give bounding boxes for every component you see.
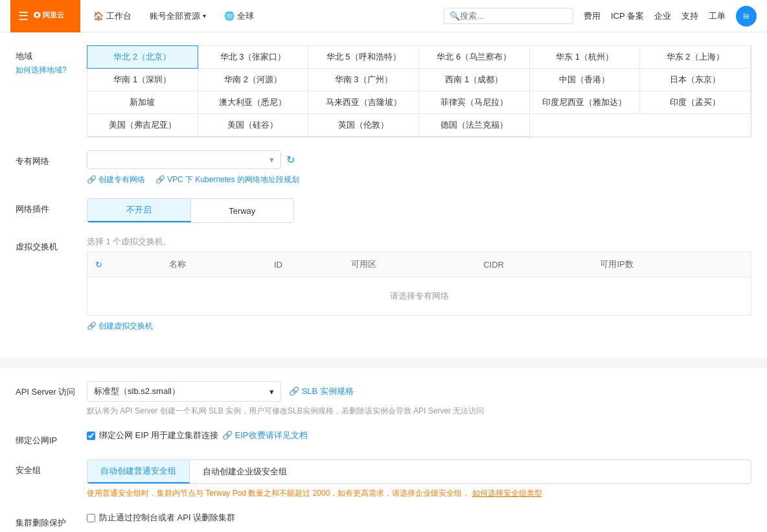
network-plugin-label: 网络插件	[16, 198, 87, 215]
region-cell-mumbai[interactable]: 印度（孟买）	[639, 91, 751, 114]
deletion-protection-checkbox-label: 防止通过控制台或者 API 误删除集群	[99, 512, 235, 524]
region-hint-link[interactable]: 如何选择地域?	[16, 65, 67, 75]
home-icon: 🏠	[93, 11, 104, 21]
svg-text:阿里云: 阿里云	[43, 11, 64, 19]
network-plugin-content: 不开启 Terway	[87, 198, 751, 223]
config-section: API Server 访问 标准型（slb.s2.small） ▾ 🔗 SLB …	[0, 368, 767, 532]
security-group-row: 安全组 自动创建普通安全组 自动创建企业级安全组 使用普通安全组时，集群内节点与…	[16, 459, 751, 499]
region-cell-shenzhen[interactable]: 华南 1（深圳）	[87, 68, 198, 91]
eip-checkbox-label: 绑定公网 EIP 用于建立集群连接	[99, 430, 218, 441]
region-cell-sydney[interactable]: 澳大利亚（悉尼）	[198, 91, 309, 114]
user-avatar[interactable]: Ie	[736, 6, 757, 27]
api-server-select[interactable]: 标准型（slb.s2.small） ▾	[87, 381, 281, 402]
eip-checkbox[interactable]	[87, 432, 95, 440]
region-cell-hongkong[interactable]: 中国（香港）	[529, 68, 641, 91]
region-cell-jakarta[interactable]: 印度尼西亚（雅加达）	[529, 91, 641, 114]
header-actions: 费用 ICP 备案 企业 支持 工单 Ie	[584, 6, 757, 27]
vsw-col-id: ID	[266, 252, 344, 277]
search-icon: 🔍	[450, 11, 460, 21]
region-cell-silicon_valley[interactable]: 美国（硅谷）	[198, 113, 309, 137]
region-cell-zhangjiakou[interactable]: 华北 3（张家口）	[198, 45, 309, 69]
slb-spec-link[interactable]: 🔗 SLB 实例规格	[289, 386, 354, 396]
chevron-down-icon: ▾	[203, 12, 206, 19]
region-grid-container: 华北 2（北京）华北 3（张家口）华北 5（呼和浩特）华北 6（乌兰察布）华东 …	[87, 45, 751, 137]
create-vsw-link[interactable]: 🔗 创建虚拟交换机	[87, 321, 153, 330]
plugin-terway-btn[interactable]: Terway	[191, 199, 294, 222]
api-server-row: API Server 访问 标准型（slb.s2.small） ▾ 🔗 SLB …	[16, 381, 751, 417]
vsw-table-header-row: ↻ 名称 ID 可用区 CIDR 可用IP数	[87, 252, 751, 277]
region-cell-london[interactable]: 英国（伦敦）	[308, 113, 419, 137]
k8s-network-link[interactable]: 🔗 VPC 下 Kubernetes 的网络地址段规划	[155, 175, 299, 184]
vpc-select-box[interactable]: ▾	[87, 150, 281, 169]
logo-area: ☰ 阿里云	[10, 0, 80, 32]
region-cell-singapore[interactable]: 新加坡	[87, 91, 198, 114]
vsw-content: 选择 1 个虚拟交换机。 ↻ 名称 ID 可用区 CIDR 可用IP数	[87, 236, 751, 332]
main-content: 地域 如何选择地域? 华北 2（北京）华北 3（张家口）华北 5（呼和浩特）华北…	[0, 32, 767, 532]
region-cell-huhhot[interactable]: 华北 5（呼和浩特）	[308, 45, 419, 69]
hamburger-icon[interactable]: ☰	[18, 9, 29, 23]
nav-global[interactable]: 🌐 全球	[222, 10, 257, 22]
link-icon: 🔗	[87, 321, 97, 330]
vpc-row: 专有网络 ▾ ↻ 🔗 创建专有网络 🔗 VPC 下	[16, 150, 751, 185]
vsw-col-name: 名称	[161, 252, 266, 277]
app-header: ☰ 阿里云 🏠 工作台 账号全部资源 ▾ 🌐 全球 🔍 费用 ICP 备案 企业	[0, 0, 767, 32]
slb-link: 🔗 SLB 实例规格	[289, 386, 354, 397]
header-nav: 🏠 工作台 账号全部资源 ▾ 🌐 全球	[91, 10, 433, 22]
region-row: 地域 如何选择地域? 华北 2（北京）华北 3（张家口）华北 5（呼和浩特）华北…	[16, 45, 751, 137]
vpc-label: 专有网络	[16, 150, 87, 167]
public-ip-checkbox-row: 绑定公网 EIP 用于建立集群连接 🔗 EIP收费请详见文档	[87, 430, 751, 441]
enterprise-link[interactable]: 企业	[654, 10, 671, 22]
public-ip-row: 绑定公网IP 绑定公网 EIP 用于建立集群连接 🔗 EIP收费请详见文档	[16, 430, 751, 446]
cost-link[interactable]: 费用	[584, 10, 601, 22]
ticket-link[interactable]: 工单	[709, 10, 726, 22]
support-link[interactable]: 支持	[681, 10, 698, 22]
region-cell-kualalumpur[interactable]: 马来西亚（吉隆坡）	[308, 91, 419, 114]
vsw-row: 虚拟交换机 选择 1 个虚拟交换机。 ↻ 名称 ID 可用区 CIDR 可用IP…	[16, 236, 751, 332]
vpc-content: ▾ ↻ 🔗 创建专有网络 🔗 VPC 下 Kubernetes 的网络地址段规划	[87, 150, 751, 185]
region-cell-heyuan[interactable]: 华南 2（河源）	[198, 68, 309, 91]
vsw-table: ↻ 名称 ID 可用区 CIDR 可用IP数 请选择专有网络	[87, 251, 751, 316]
region-cell-chengdu[interactable]: 西南 1（成都）	[418, 68, 530, 91]
vpc-refresh-icon[interactable]: ↻	[286, 154, 295, 166]
region-cell-virginia[interactable]: 美国（弗吉尼亚）	[87, 113, 198, 137]
deletion-protection-checkbox[interactable]	[87, 514, 95, 522]
vpc-links: 🔗 创建专有网络 🔗 VPC 下 Kubernetes 的网络地址段规划	[87, 174, 751, 185]
vsw-placeholder-text: 选择 1 个虚拟交换机。	[87, 236, 751, 248]
region-section: 地域 如何选择地域? 华北 2（北京）华北 3（张家口）华北 5（呼和浩特）华北…	[0, 32, 767, 358]
public-ip-label: 绑定公网IP	[16, 430, 87, 446]
nav-workbench[interactable]: 🏠 工作台	[91, 10, 134, 22]
vsw-refresh-icon[interactable]: ↻	[95, 260, 102, 270]
link-icon: 🔗	[155, 175, 165, 184]
vsw-col-az: 可用区	[343, 252, 475, 277]
search-input[interactable]	[460, 11, 567, 21]
region-cell-beijing[interactable]: 华北 2（北京）	[87, 45, 198, 69]
region-cell-shanghai[interactable]: 华东 2（上海）	[639, 45, 751, 69]
security-enterprise-btn[interactable]: 自动创建企业级安全组	[190, 460, 300, 483]
nav-account[interactable]: 账号全部资源 ▾	[147, 10, 209, 22]
security-group-type-link[interactable]: 如何选择安全组类型	[472, 489, 542, 498]
region-cell-frankfurt[interactable]: 德国（法兰克福）	[418, 113, 530, 137]
security-normal-btn[interactable]: 自动创建普通安全组	[87, 460, 190, 483]
region-cell-tokyo[interactable]: 日本（东京）	[639, 68, 751, 91]
plugin-disabled-btn[interactable]: 不开启	[87, 199, 191, 222]
network-plugin-toggle: 不开启 Terway	[87, 198, 294, 223]
region-cell-hangzhou[interactable]: 华东 1（杭州）	[529, 45, 641, 69]
api-select-wrap: 标准型（slb.s2.small） ▾ 🔗 SLB 实例规格	[87, 381, 751, 402]
icp-link[interactable]: ICP 备案	[611, 10, 644, 22]
region-cell-manila[interactable]: 菲律宾（马尼拉）	[418, 91, 530, 114]
vsw-empty-text: 请选择专有网络	[87, 277, 751, 316]
security-group-content: 自动创建普通安全组 自动创建企业级安全组 使用普通安全组时，集群内节点与 Ter…	[87, 459, 751, 499]
section-divider	[0, 363, 767, 368]
api-server-hint: 默认将为 API Server 创建一个私网 SLB 实例，用户可修改SLB实例…	[87, 406, 751, 417]
search-box[interactable]: 🔍	[444, 8, 573, 24]
api-server-value: 标准型（slb.s2.small）	[94, 386, 180, 397]
region-cell-guangzhou[interactable]: 华南 3（广州）	[308, 68, 419, 91]
public-ip-content: 绑定公网 EIP 用于建立集群连接 🔗 EIP收费请详见文档	[87, 430, 751, 441]
security-group-hint: 使用普通安全组时，集群内节点与 Terway Pod 数量之和不能超过 2000…	[87, 488, 751, 499]
link-icon: 🔗	[289, 386, 299, 396]
eip-docs-link[interactable]: 🔗 EIP收费请详见文档	[222, 430, 308, 441]
vsw-col-refresh: ↻	[87, 252, 162, 277]
region-cell-ulanqab[interactable]: 华北 6（乌兰察布）	[418, 45, 530, 69]
create-vpc-link[interactable]: 🔗 创建专有网络	[87, 175, 148, 184]
deletion-protection-row: 集群删除保护 防止通过控制台或者 API 误删除集群	[16, 512, 751, 529]
